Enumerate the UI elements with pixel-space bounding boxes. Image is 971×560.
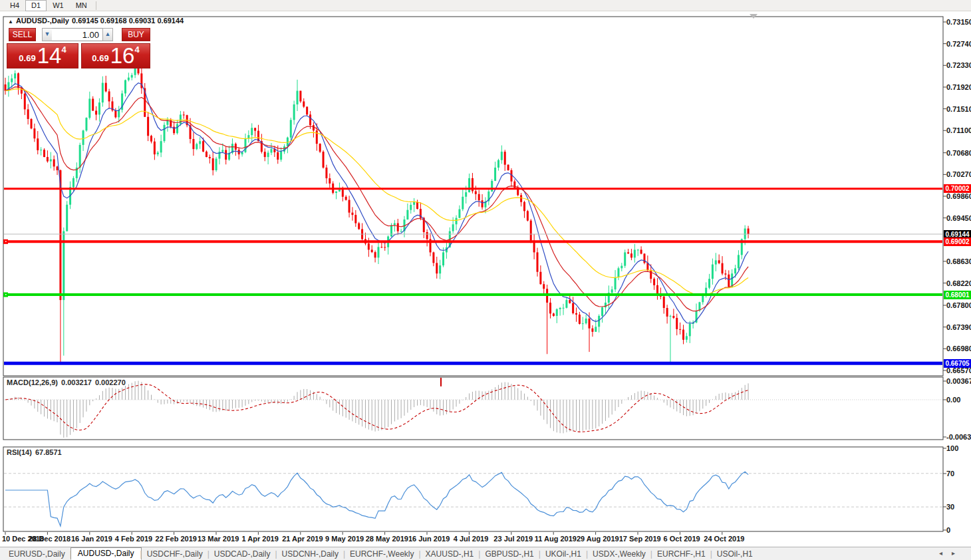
price-tick-label: 0.71100 bbox=[946, 126, 970, 134]
rsi-tick-label: 0 bbox=[946, 526, 970, 534]
price-tick-label: 0.71920 bbox=[946, 83, 970, 91]
rsi-value: 67.8571 bbox=[35, 448, 62, 456]
date-tick-label: 23 Jul 2019 bbox=[493, 535, 533, 543]
price-tick-label: 0.72740 bbox=[946, 40, 970, 48]
tab-scroll-right-icon[interactable]: ▸ bbox=[952, 549, 964, 557]
tab-scroll-left-icon[interactable]: ◂ bbox=[939, 549, 952, 557]
macd-name: MACD(12,26,9) bbox=[7, 378, 58, 386]
tab-scroll-arrows[interactable]: ◂▸ bbox=[939, 549, 964, 557]
tab-usdchf-daily[interactable]: USDCHF-,Daily bbox=[141, 549, 209, 559]
date-tick-label: 28 May 2019 bbox=[366, 535, 408, 543]
macd-main-value: 0.003217 bbox=[61, 378, 92, 386]
sell-price-pip: 4 bbox=[61, 45, 66, 55]
level-badge-0.66705: 0.66705 bbox=[944, 359, 971, 368]
sell-price-box[interactable]: 0.69144 bbox=[7, 43, 78, 69]
toolbar-separator bbox=[96, 1, 96, 10]
price-tick-label: 0.68630 bbox=[946, 257, 970, 265]
level-badge-0.68001: 0.68001 bbox=[944, 291, 971, 299]
collapse-panel-icon[interactable]: ▲ bbox=[8, 19, 13, 25]
sell-price-main: 14 bbox=[37, 46, 62, 66]
date-tick-label: 17 Sep 2019 bbox=[619, 535, 661, 543]
tab-usdx-weekly[interactable]: USDX-,Weekly bbox=[587, 549, 652, 559]
mid-ma-line bbox=[5, 87, 748, 311]
rsi-tick-label: 100 bbox=[946, 444, 970, 452]
rsi-name: RSI(14) bbox=[7, 448, 32, 456]
chart-tab-bar: EURUSD-,Daily|AUDUSD-,Daily|USDCHF-,Dail… bbox=[0, 547, 971, 560]
price-tick-label: 0.69860 bbox=[946, 192, 970, 200]
macd-signal-value: 0.002270 bbox=[95, 378, 126, 386]
price-tick-label: 0.73150 bbox=[946, 18, 970, 26]
date-tick-label: 13 Mar 2019 bbox=[198, 535, 239, 543]
price-tick-label: 0.66570 bbox=[946, 366, 970, 374]
macd-tick-label: -0.006378 bbox=[946, 433, 970, 441]
timeframe-button-d1[interactable]: D1 bbox=[25, 0, 47, 11]
timeframe-button-h4[interactable]: H4 bbox=[4, 0, 25, 11]
tab-usdcnh-daily[interactable]: USDCNH-,Daily bbox=[276, 549, 345, 559]
price-tick-label: 0.72330 bbox=[946, 61, 970, 69]
tab-ukoil-h1[interactable]: UKOil-,H1 bbox=[539, 549, 587, 559]
buy-button[interactable]: BUY bbox=[122, 28, 150, 41]
chart-canvas[interactable] bbox=[0, 11, 971, 547]
price-tick-label: 0.67800 bbox=[946, 301, 970, 309]
date-tick-label: 1 Apr 2019 bbox=[242, 535, 279, 543]
tab-eurchf-weekly[interactable]: EURCHF-,Weekly bbox=[344, 549, 420, 559]
tab-xauusd-h1[interactable]: XAUUSD-,H1 bbox=[420, 549, 480, 559]
moving-averages-layer bbox=[5, 83, 748, 323]
buy-price-pip: 4 bbox=[134, 45, 139, 55]
chart-title: ▲AUDUSD-,Daily0.69145 0.69168 0.69031 0.… bbox=[8, 17, 186, 25]
date-tick-label: 9 May 2019 bbox=[325, 535, 364, 543]
level-badge-0.70002: 0.70002 bbox=[944, 184, 971, 193]
rsi-pane bbox=[4, 472, 942, 526]
date-tick-label: 16 Jan 2019 bbox=[71, 535, 112, 543]
price-tick-label: 0.67390 bbox=[946, 323, 970, 331]
price-tick-label: 0.66980 bbox=[946, 345, 970, 352]
tab-gbpusd-h1[interactable]: GBPUSD-,H1 bbox=[479, 549, 539, 559]
price-tick-label: 0.68220 bbox=[946, 279, 970, 287]
macd-label: MACD(12,26,9)0.0032170.002270 bbox=[7, 378, 129, 386]
tab-usoil-h1[interactable]: USOil-,H1 bbox=[711, 549, 759, 559]
date-tick-label: 21 Apr 2019 bbox=[282, 535, 323, 543]
hline-objects[interactable] bbox=[3, 189, 942, 364]
buy-price-main: 16 bbox=[110, 46, 135, 66]
price-tick-label: 0.69450 bbox=[946, 214, 970, 222]
date-tick-label: 16 Jun 2019 bbox=[408, 535, 450, 543]
macd-tick-label: 0.00 bbox=[946, 396, 970, 404]
buy-price-prefix: 0.69 bbox=[92, 53, 108, 63]
buy-price-box[interactable]: 0.69164 bbox=[81, 43, 150, 69]
chart-ohlc-values: 0.69145 0.69168 0.69031 0.69144 bbox=[72, 17, 184, 25]
tab-eurusd-daily[interactable]: EURUSD-,Daily bbox=[3, 549, 71, 559]
macd-tick-label: 0.003674 bbox=[946, 377, 970, 385]
volume-increase-button[interactable]: ▲ bbox=[102, 28, 113, 41]
date-tick-label: 6 Oct 2019 bbox=[664, 535, 700, 543]
volume-input[interactable] bbox=[52, 28, 103, 41]
mt4-window: { "toolbar": {"timeframes": ["H4", "D1",… bbox=[0, 0, 971, 560]
slow-ma-line bbox=[5, 89, 748, 295]
date-tick-label: 28 Dec 2018 bbox=[29, 535, 70, 543]
rsi-tick-label: 70 bbox=[946, 470, 970, 478]
fast-ma-line bbox=[5, 83, 748, 323]
sell-price-prefix: 0.69 bbox=[19, 53, 35, 63]
price-tick-label: 0.70270 bbox=[946, 170, 970, 178]
date-tick-label: 4 Jul 2019 bbox=[454, 535, 489, 543]
rsi-tick-label: 30 bbox=[946, 503, 970, 511]
rsi-label: RSI(14)67.8571 bbox=[7, 448, 65, 456]
timeframe-toolbar: H4D1W1MN bbox=[0, 0, 971, 11]
price-tick-label: 0.70680 bbox=[946, 149, 970, 157]
timeframe-button-w1[interactable]: W1 bbox=[47, 0, 70, 11]
level-badge-0.69002: 0.69002 bbox=[944, 237, 971, 246]
date-tick-label: 11 Aug 2019 bbox=[535, 535, 577, 543]
chart-symbol-label: AUDUSD-,Daily bbox=[16, 17, 69, 25]
macd-pane bbox=[4, 381, 942, 438]
tab-usdcad-daily[interactable]: USDCAD-,Daily bbox=[208, 549, 277, 559]
date-tick-label: 24 Oct 2019 bbox=[704, 535, 744, 543]
date-tick-label: 4 Feb 2019 bbox=[115, 535, 152, 543]
date-tick-label: 22 Feb 2019 bbox=[156, 535, 197, 543]
date-tick-label: 29 Aug 2019 bbox=[577, 535, 619, 543]
spinner-up-icon: ▲ bbox=[105, 31, 111, 37]
volume-decrease-button[interactable]: ▼ bbox=[42, 28, 53, 41]
tab-eurchf-h1[interactable]: EURCHF-,H1 bbox=[651, 549, 712, 559]
timeframe-button-mn[interactable]: MN bbox=[70, 0, 93, 11]
tab-audusd-daily[interactable]: AUDUSD-,Daily bbox=[70, 547, 142, 560]
sell-button[interactable]: SELL bbox=[9, 28, 36, 41]
spinner-down-icon: ▼ bbox=[45, 31, 51, 37]
